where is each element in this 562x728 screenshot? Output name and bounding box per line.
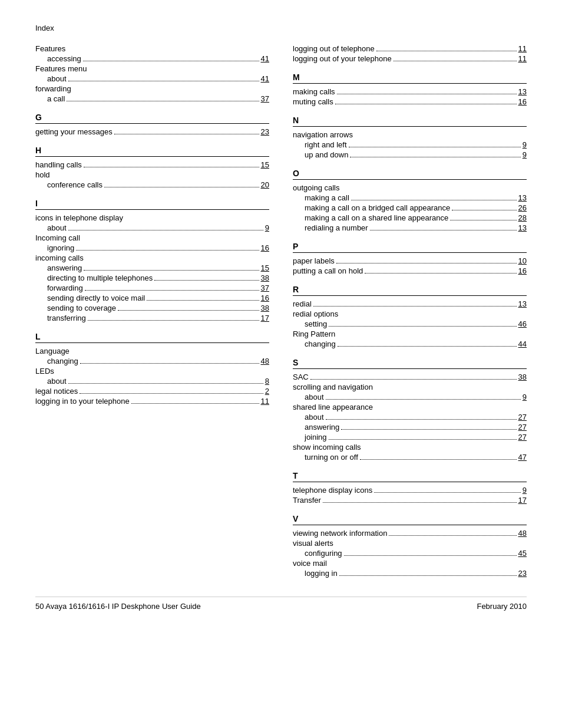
entry-dots: [360, 453, 517, 460]
index-entry: directing to multiple telephones38: [35, 274, 269, 282]
entry-page-num[interactable]: 10: [518, 256, 527, 265]
entry-label: about: [47, 377, 67, 386]
index-entry: viewing network information48: [293, 529, 527, 538]
entry-page-num[interactable]: 2: [265, 387, 269, 396]
entry-dots: [84, 263, 259, 271]
entry-label: SAC: [293, 373, 309, 381]
index-entry: paper labels10: [293, 256, 527, 265]
entry-page-num[interactable]: 38: [261, 274, 269, 282]
index-entry: redialing a number13: [293, 223, 527, 232]
entry-dots: [118, 304, 259, 311]
entry-page-num[interactable]: 11: [261, 397, 269, 406]
entry-label: setting: [305, 319, 327, 328]
index-group-label: Language: [35, 347, 269, 355]
entry-page-num[interactable]: 11: [518, 54, 527, 63]
entry-page-num[interactable]: 15: [261, 263, 269, 272]
entry-dots: [80, 387, 263, 394]
entry-page-num[interactable]: 16: [518, 266, 527, 275]
index-entry: changing48: [35, 357, 269, 365]
entry-page-num[interactable]: 28: [518, 213, 527, 222]
entry-page-num[interactable]: 37: [261, 94, 269, 103]
entry-page-num[interactable]: 38: [261, 304, 269, 312]
index-group-label: scrolling and navigation: [293, 383, 527, 391]
entry-page-num[interactable]: 17: [518, 496, 527, 505]
entry-page-num[interactable]: 15: [261, 160, 269, 169]
entry-label: paper labels: [293, 256, 335, 265]
entry-page-num[interactable]: 9: [523, 393, 527, 401]
index-entry: about9: [293, 393, 527, 401]
entry-dots: [88, 314, 259, 321]
entry-label: viewing network information: [293, 529, 387, 538]
entry-dots: [349, 140, 521, 147]
entry-page-num[interactable]: 17: [261, 314, 269, 322]
index-group-label: Features: [35, 44, 269, 53]
section-letter: H: [35, 146, 269, 157]
entry-page-num[interactable]: 13: [518, 299, 527, 308]
entry-page-num[interactable]: 45: [518, 549, 527, 558]
entry-page-num[interactable]: 37: [261, 284, 269, 292]
entry-page-num[interactable]: 9: [523, 150, 527, 159]
entry-page-num[interactable]: 38: [518, 373, 527, 381]
entry-dots: [389, 529, 516, 536]
entry-label: right and left: [305, 140, 347, 149]
index-group-label: visual alerts: [293, 539, 527, 548]
entry-page-num[interactable]: 9: [523, 140, 527, 149]
section-letter: R: [293, 285, 527, 296]
entry-page-num[interactable]: 13: [518, 87, 527, 96]
index-group-label: forwarding: [35, 84, 269, 93]
index-entry: making a call on a bridged call appearan…: [293, 203, 527, 212]
index-entry: making calls13: [293, 87, 527, 96]
entry-page-num[interactable]: 41: [261, 54, 269, 63]
index-entry: forwarding37: [35, 284, 269, 292]
left-column: Featuresaccessing41Features menuabout41f…: [35, 44, 269, 579]
entry-page-num[interactable]: 8: [265, 377, 269, 386]
entry-page-num[interactable]: 16: [261, 243, 269, 252]
index-entry: getting your messages23: [35, 127, 269, 136]
entry-label: logging in: [305, 569, 338, 578]
entry-page-num[interactable]: 48: [261, 357, 269, 365]
footer-left: 50 Avaya 1616/1616-I IP Deskphone User G…: [35, 602, 201, 611]
entry-label: sending directly to voice mail: [47, 294, 145, 302]
entry-page-num[interactable]: 20: [261, 180, 269, 189]
entry-label: about: [305, 413, 324, 421]
entry-page-num[interactable]: 16: [261, 294, 269, 302]
index-entry: up and down9: [293, 150, 527, 159]
entry-label: ignoring: [47, 243, 74, 252]
entry-page-num[interactable]: 23: [261, 127, 269, 136]
footer-right: February 2010: [477, 602, 527, 611]
entry-label: logging in to your telephone: [35, 397, 130, 406]
entry-page-num[interactable]: 27: [518, 423, 527, 431]
entry-page-num[interactable]: 44: [518, 340, 527, 348]
entry-label: making calls: [293, 87, 335, 96]
entry-page-num[interactable]: 48: [518, 529, 527, 538]
entry-page-num[interactable]: 41: [261, 74, 269, 83]
entry-dots: [310, 373, 517, 380]
entry-dots: [80, 357, 259, 364]
index-group-label: voice mail: [293, 559, 527, 568]
entry-page-num[interactable]: 9: [523, 486, 527, 495]
index-entry: transferring17: [35, 314, 269, 322]
entry-page-num[interactable]: 11: [518, 44, 527, 53]
entry-label: accessing: [47, 54, 81, 63]
entry-label: up and down: [305, 150, 348, 159]
entry-page-num[interactable]: 47: [518, 453, 527, 462]
entry-page-num[interactable]: 9: [265, 223, 269, 232]
entry-page-num[interactable]: 46: [518, 319, 527, 328]
right-column: logging out of telephone11logging out of…: [293, 44, 527, 579]
index-group-label: shared line appearance: [293, 403, 527, 411]
section-letter: M: [293, 73, 527, 84]
entry-dots: [323, 496, 517, 503]
index-group-label: hold: [35, 170, 269, 179]
entry-page-num[interactable]: 13: [518, 193, 527, 202]
entry-page-num[interactable]: 23: [518, 569, 527, 578]
entry-page-num[interactable]: 27: [518, 433, 527, 442]
entry-dots: [376, 44, 517, 51]
entry-dots: [147, 294, 259, 301]
entry-page-num[interactable]: 27: [518, 413, 527, 421]
entry-label: joining: [305, 433, 327, 442]
entry-page-num[interactable]: 16: [518, 97, 527, 106]
entry-page-num[interactable]: 13: [518, 223, 527, 232]
entry-dots: [329, 433, 517, 440]
entry-page-num[interactable]: 26: [518, 203, 527, 212]
index-entry: a call37: [35, 94, 269, 103]
